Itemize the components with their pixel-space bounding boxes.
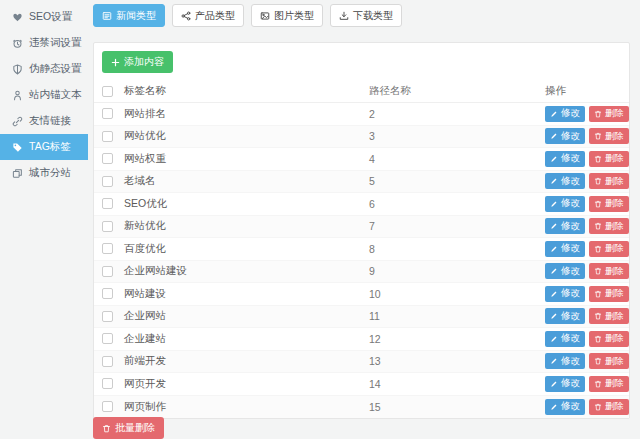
share-icon — [181, 11, 191, 21]
delete-button[interactable]: 删除 — [589, 196, 629, 212]
sidebar-item-seo-settings[interactable]: SEO设置 — [0, 4, 88, 30]
add-content-button[interactable]: 添加内容 — [102, 51, 173, 73]
edit-button[interactable]: 修改 — [545, 151, 585, 167]
sidebar-item-city-subsites[interactable]: 城市分站 — [0, 160, 88, 186]
delete-button[interactable]: 删除 — [589, 151, 629, 167]
batch-delete-button[interactable]: 批量删除 — [93, 417, 164, 439]
trash-icon — [594, 177, 602, 185]
sidebar-item-label: 站内锚文本 — [29, 88, 82, 102]
sidebar-item-friend-links[interactable]: 友情链接 — [0, 108, 88, 134]
edit-button[interactable]: 修改 — [545, 128, 585, 144]
table-header-row: 标签名称 路径名称 操作 — [94, 80, 629, 103]
edit-button[interactable]: 修改 — [545, 173, 585, 189]
row-checkbox[interactable] — [102, 378, 113, 389]
tag-name: 网站权重 — [124, 152, 369, 166]
row-checkbox[interactable] — [102, 221, 113, 232]
link-icon — [11, 115, 23, 127]
header-path-name: 路径名称 — [369, 84, 545, 98]
trash-icon — [594, 222, 602, 230]
edit-button[interactable]: 修改 — [545, 399, 585, 415]
row-checkbox[interactable] — [102, 401, 113, 412]
edit-button[interactable]: 修改 — [545, 106, 585, 122]
sidebar-item-label: SEO设置 — [29, 10, 72, 24]
edit-button[interactable]: 修改 — [545, 263, 585, 279]
pencil-icon — [550, 132, 558, 140]
trash-icon — [102, 424, 111, 433]
row-checkbox[interactable] — [102, 333, 113, 344]
tag-name: 百度优化 — [124, 242, 369, 256]
path-name: 2 — [369, 108, 545, 120]
download-icon — [339, 11, 349, 21]
row-checkbox[interactable] — [102, 356, 113, 367]
trash-icon — [594, 245, 602, 253]
table-row: 网站权重 4 修改 删除 — [94, 148, 629, 171]
row-checkbox[interactable] — [102, 288, 113, 299]
trash-icon — [594, 290, 602, 298]
delete-button[interactable]: 删除 — [589, 286, 629, 302]
delete-button[interactable]: 删除 — [589, 106, 629, 122]
table-row: 百度优化 8 修改 删除 — [94, 238, 629, 261]
edit-button[interactable]: 修改 — [545, 353, 585, 369]
tag-name: 前端开发 — [124, 354, 369, 368]
trash-icon — [594, 403, 602, 411]
row-checkbox[interactable] — [102, 243, 113, 254]
delete-button[interactable]: 删除 — [589, 331, 629, 347]
tag-table-card: 添加内容 标签名称 路径名称 操作 网站排名 2 修改 删除 网站优化 3 修改… — [93, 42, 630, 419]
trash-icon — [594, 357, 602, 365]
trash-icon — [594, 380, 602, 388]
tab-download-type[interactable]: 下载类型 — [330, 4, 402, 27]
sidebar-item-label: 违禁词设置 — [29, 36, 82, 50]
pencil-icon — [550, 267, 558, 275]
image-icon — [260, 11, 270, 21]
sidebar-item-pseudo-static[interactable]: 伪静态设置 — [0, 56, 88, 82]
row-checkbox[interactable] — [102, 153, 113, 164]
tab-product-type[interactable]: 产品类型 — [172, 4, 244, 27]
edit-button[interactable]: 修改 — [545, 308, 585, 324]
table-row: 老域名 5 修改 删除 — [94, 171, 629, 194]
pencil-icon — [550, 155, 558, 163]
row-checkbox[interactable] — [102, 266, 113, 277]
tab-news-type[interactable]: 新闻类型 — [93, 4, 165, 27]
sidebar-item-tag-labels[interactable]: TAG标签 — [0, 134, 88, 160]
header-tag-name: 标签名称 — [124, 84, 369, 98]
edit-button[interactable]: 修改 — [545, 286, 585, 302]
path-name: 6 — [369, 198, 545, 210]
edit-button[interactable]: 修改 — [545, 376, 585, 392]
row-checkbox[interactable] — [102, 131, 113, 142]
edit-button[interactable]: 修改 — [545, 241, 585, 257]
tab-image-type[interactable]: 图片类型 — [251, 4, 323, 27]
row-checkbox[interactable] — [102, 198, 113, 209]
edit-button[interactable]: 修改 — [545, 196, 585, 212]
select-all-checkbox[interactable] — [102, 86, 113, 97]
edit-button[interactable]: 修改 — [545, 218, 585, 234]
edit-button[interactable]: 修改 — [545, 331, 585, 347]
delete-button[interactable]: 删除 — [589, 218, 629, 234]
delete-button[interactable]: 删除 — [589, 308, 629, 324]
delete-button[interactable]: 删除 — [589, 173, 629, 189]
sidebar-item-anchor-text[interactable]: 站内锚文本 — [0, 82, 88, 108]
tag-name: 企业建站 — [124, 332, 369, 346]
tag-name: 企业网站 — [124, 309, 369, 323]
trash-icon — [594, 267, 602, 275]
delete-button[interactable]: 删除 — [589, 399, 629, 415]
path-name: 9 — [369, 265, 545, 277]
tag-name: 网站排名 — [124, 107, 369, 121]
row-checkbox[interactable] — [102, 108, 113, 119]
row-checkbox[interactable] — [102, 176, 113, 187]
delete-button[interactable]: 删除 — [589, 128, 629, 144]
sidebar-item-label: 友情链接 — [29, 114, 71, 128]
delete-button[interactable]: 删除 — [589, 263, 629, 279]
pencil-icon — [550, 312, 558, 320]
tag-name: SEO优化 — [124, 197, 369, 211]
pencil-icon — [550, 335, 558, 343]
delete-button[interactable]: 删除 — [589, 241, 629, 257]
pencil-icon — [550, 357, 558, 365]
sidebar-item-banned-words[interactable]: 违禁词设置 — [0, 30, 88, 56]
table-row: 网站优化 3 修改 删除 — [94, 126, 629, 149]
delete-button[interactable]: 删除 — [589, 353, 629, 369]
pencil-icon — [550, 380, 558, 388]
row-checkbox[interactable] — [102, 311, 113, 322]
trash-icon — [594, 200, 602, 208]
delete-button[interactable]: 删除 — [589, 376, 629, 392]
tab-label: 新闻类型 — [116, 9, 156, 23]
